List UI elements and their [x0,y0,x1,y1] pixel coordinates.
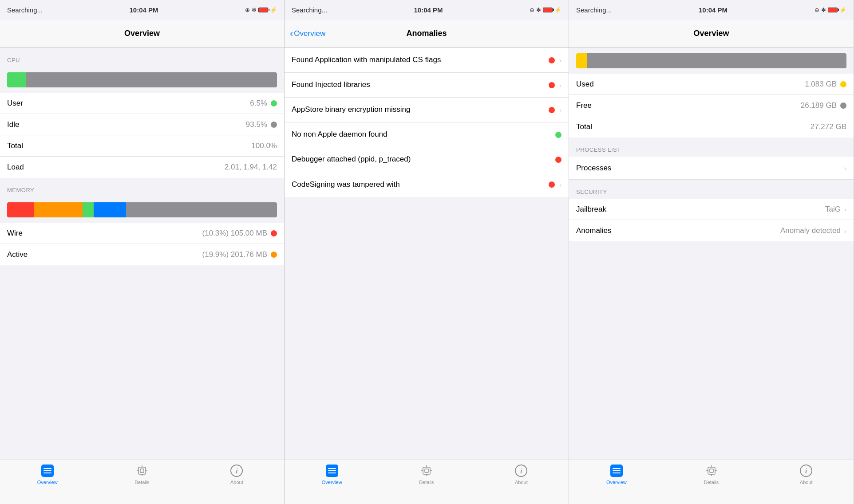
tab-details-2[interactable]: Details [379,464,474,485]
overview-icon-2 [325,464,339,478]
details-icon-svg-1 [136,465,148,477]
anomaly-dot-1 [549,82,555,88]
storage-total-row: Total 27.272 GB [569,116,854,138]
tab-details-label-1: Details [134,480,150,485]
anomaly-dot-4 [555,157,561,163]
back-button[interactable]: ‹ Overview [290,28,325,39]
tab-about-2[interactable]: i About [474,464,569,485]
anomaly-row-4[interactable]: Debugger attached (ppid, p_traced) [285,147,569,172]
memory-wire-row: Wire (10.3%) 105.00 MB [0,223,284,244]
details-icon-svg-3 [705,465,718,477]
location-icon: ⊕ [245,7,250,13]
panel-anomalies: Searching... 10:04 PM ⊕ ✻ ⚡ ‹ Overview A… [285,0,569,504]
tab-bar-3: Overview Details i About [569,460,854,504]
anomaly-label-5: CodeSigning was tampered with [292,180,549,189]
security-anomalies-row[interactable]: Anomalies Anomaly detected › [569,220,854,241]
anomaly-row-2[interactable]: AppStore binary encryption missing › [285,98,569,122]
anomaly-dot-2 [549,107,555,113]
status-icons-3: ⊕ ✻ ⚡ [814,7,846,13]
cpu-idle-row: Idle 93.5% [0,114,284,135]
anomaly-label-3: No non Apple daemon found [292,130,555,139]
nav-title-2: Anomalies [406,29,447,38]
bluetooth-icon-3: ✻ [821,7,826,13]
anomaly-chevron-2: › [559,106,561,114]
cpu-load-row: Load 2.01, 1.94, 1.42 [0,157,284,178]
cpu-bar [7,72,277,87]
jailbreak-chevron: › [844,205,846,213]
cpu-load-value: 2.01, 1.94, 1.42 [225,163,277,172]
anomalies-nav-chevron: › [844,227,846,235]
tab-details-3[interactable]: Details [664,464,759,485]
anomaly-dot-3 [555,132,561,138]
processes-label: Processes [576,164,611,173]
storage-bar [576,53,846,68]
cpu-total-value: 100.0% [251,142,277,150]
cpu-idle-right: 93.5% [246,120,277,129]
tab-about-1[interactable]: i About [190,464,284,485]
anomaly-row-0[interactable]: Found Application with manipulated CS fl… [285,48,569,73]
overview-icon-shape-1 [41,465,54,477]
svg-rect-6 [423,467,430,474]
anomaly-row-3[interactable]: No non Apple daemon found [285,122,569,147]
storage-used-label: Used [576,80,594,89]
cpu-table: User 6.5% Idle 93.5% Total 100.0% [0,93,284,178]
cpu-section-header: CPU [0,48,284,67]
about-icon-shape-2: i [515,465,527,477]
memory-wire-value: (10.3%) 105.00 MB [202,229,267,238]
time-2: 10:04 PM [414,6,443,14]
cpu-user-row: User 6.5% [0,93,284,114]
storage-used-row: Used 1.083 GB [569,74,854,95]
cpu-idle-bar [26,72,277,87]
storage-free-dot [840,102,846,109]
anomaly-row-5[interactable]: CodeSigning was tampered with › [285,172,569,197]
processes-row[interactable]: Processes › [569,157,854,180]
anomaly-row-1[interactable]: Found Injected libraries › [285,73,569,98]
charging-icon: ⚡ [270,7,277,13]
tab-overview-1[interactable]: Overview [0,464,95,485]
memory-active-right: (19.9%) 201.76 MB [202,250,277,259]
overview-icon-3 [609,464,624,478]
status-icons-1: ⊕ ✻ ⚡ [245,7,277,13]
storage-table: Used 1.083 GB Free 26.189 GB Total 27.27… [569,74,854,138]
back-arrow-icon: ‹ [290,28,293,39]
tab-details-1[interactable]: Details [95,464,189,485]
anomaly-label-1: Found Injected libraries [292,80,549,90]
tab-overview-label-2: Overview [322,480,342,485]
storage-total-right: 27.272 GB [811,122,846,131]
memory-wire-label: Wire [7,229,23,238]
nav-bar-1: Overview [0,20,284,48]
battery-icon-2 [543,8,553,12]
jailbreak-value: TaiG [825,205,841,214]
storage-free-label: Free [576,101,592,110]
tab-about-3[interactable]: i About [759,464,854,485]
svg-rect-7 [425,469,428,472]
anomaly-chevron-1: › [559,81,561,89]
security-jailbreak-row[interactable]: Jailbreak TaiG › [569,199,854,220]
about-icon-shape-1: i [230,465,243,477]
content-1: CPU User 6.5% Idle 93.5% Total [0,48,284,460]
bluetooth-icon-2: ✻ [536,7,541,13]
cpu-idle-dot [271,122,277,128]
storage-used-right: 1.083 GB [805,80,846,89]
panel-overview-storage: Searching... 10:04 PM ⊕ ✻ ⚡ Overview Use… [569,0,854,504]
storage-free-row: Free 26.189 GB [569,95,854,116]
storage-total-value: 27.272 GB [811,122,846,131]
memory-wire-right: (10.3%) 105.00 MB [202,229,277,238]
tab-about-label-3: About [800,480,813,485]
tab-overview-2[interactable]: Overview [285,464,379,485]
mem-inactive-bar [83,202,93,217]
jailbreak-label: Jailbreak [576,205,606,214]
cpu-user-value: 6.5% [250,99,267,108]
charging-icon-3: ⚡ [839,7,846,13]
about-icon-3: i [799,464,813,478]
cpu-idle-value: 93.5% [246,120,267,129]
tab-overview-label-3: Overview [606,480,627,485]
memory-active-row: Active (19.9%) 201.76 MB [0,244,284,265]
location-icon-2: ⊕ [530,7,534,13]
tab-overview-3[interactable]: Overview [569,464,664,485]
cpu-total-right: 100.0% [251,142,277,150]
charging-icon-2: ⚡ [554,7,561,13]
battery-icon [258,8,268,12]
anomalies-nav-label: Anomalies [576,226,611,235]
memory-active-dot [271,252,277,258]
